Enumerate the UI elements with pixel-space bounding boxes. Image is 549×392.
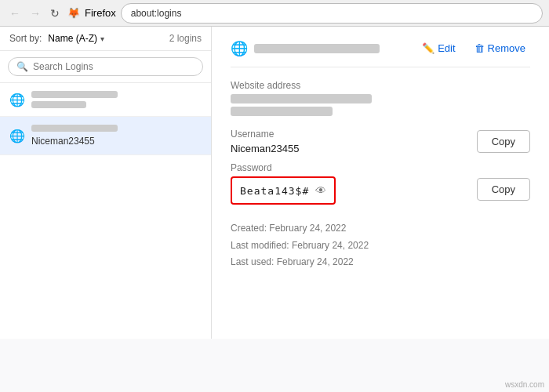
login-domain-blur-1b bbox=[31, 101, 86, 108]
address-bar[interactable]: about:logins bbox=[121, 3, 543, 24]
website-address-label: Website address bbox=[231, 80, 530, 91]
login-domain-blur-2 bbox=[31, 125, 118, 132]
main-layout: Sort by: Name (A-Z) ▾ 2 logins 🔍 🌐 🌐 bbox=[0, 27, 549, 339]
username-section: Username Niceman23455 bbox=[231, 129, 299, 154]
watermark: wsxdn.com bbox=[505, 380, 544, 389]
used-date: Last used: February 24, 2022 bbox=[231, 254, 530, 271]
search-box[interactable]: 🔍 bbox=[8, 57, 203, 76]
username-value: Niceman23455 bbox=[231, 143, 299, 154]
detail-header: 🌐 ✏️ Edit 🗑 Remove bbox=[231, 39, 530, 67]
sort-by-label: Sort by: bbox=[9, 33, 42, 44]
modified-date: Last modified: February 24, 2022 bbox=[231, 238, 530, 255]
detail-panel: 🌐 ✏️ Edit 🗑 Remove Website address bbox=[212, 27, 549, 339]
login-info-2: Niceman23455 bbox=[31, 125, 202, 147]
search-input[interactable] bbox=[33, 61, 195, 72]
website-address-blur bbox=[231, 94, 372, 103]
detail-globe-icon: 🌐 bbox=[231, 40, 248, 57]
globe-icon-2: 🌐 bbox=[9, 129, 25, 143]
edit-button[interactable]: ✏️ Edit bbox=[417, 39, 460, 57]
address-text: about:logins bbox=[131, 8, 182, 19]
globe-icon-1: 🌐 bbox=[9, 93, 25, 107]
nav-bar: ← → ↻ 🦊 Firefox about:logins bbox=[0, 0, 549, 27]
sort-control[interactable]: Sort by: Name (A-Z) ▾ bbox=[9, 33, 104, 44]
login-info-1 bbox=[31, 91, 202, 108]
password-row: Password Beata143$# 👁 Copy bbox=[231, 162, 530, 208]
edit-icon: ✏️ bbox=[422, 42, 434, 54]
remove-button[interactable]: 🗑 Remove bbox=[470, 39, 530, 57]
login-domain-blur-1 bbox=[31, 91, 118, 98]
password-value: Beata143$# bbox=[240, 185, 309, 197]
back-button[interactable]: ← bbox=[6, 5, 24, 21]
reload-button[interactable]: ↻ bbox=[47, 5, 63, 21]
edit-label: Edit bbox=[438, 42, 455, 54]
meta-info: Created: February 24, 2022 Last modified… bbox=[231, 220, 530, 271]
detail-site: 🌐 bbox=[231, 40, 380, 57]
search-container: 🔍 bbox=[0, 51, 211, 83]
website-address-blur2 bbox=[231, 107, 333, 116]
username-label: Username bbox=[231, 129, 299, 140]
firefox-favicon: 🦊 bbox=[67, 7, 80, 19]
detail-actions: ✏️ Edit 🗑 Remove bbox=[417, 39, 530, 57]
eye-icon[interactable]: 👁 bbox=[315, 184, 326, 197]
copy-password-button[interactable]: Copy bbox=[477, 178, 530, 201]
tab-title: Firefox bbox=[85, 7, 116, 19]
sort-value: Name (A-Z) bbox=[48, 33, 97, 44]
trash-icon: 🗑 bbox=[474, 42, 485, 54]
password-box: Beata143$# 👁 bbox=[231, 176, 336, 205]
sidebar: Sort by: Name (A-Z) ▾ 2 logins 🔍 🌐 🌐 bbox=[0, 27, 212, 339]
detail-domain-blur bbox=[254, 44, 380, 53]
sidebar-header: Sort by: Name (A-Z) ▾ 2 logins bbox=[0, 27, 211, 51]
website-address-section: Website address bbox=[231, 80, 530, 116]
username-row: Username Niceman23455 Copy bbox=[231, 129, 530, 154]
remove-label: Remove bbox=[488, 42, 525, 54]
login-username-2: Niceman23455 bbox=[31, 136, 95, 147]
login-item-2[interactable]: 🌐 Niceman23455 bbox=[0, 117, 211, 155]
search-icon: 🔍 bbox=[16, 61, 28, 72]
tab-area: 🦊 Firefox bbox=[67, 7, 116, 19]
created-date: Created: February 24, 2022 bbox=[231, 220, 530, 238]
forward-button[interactable]: → bbox=[27, 5, 44, 21]
login-item-1[interactable]: 🌐 bbox=[0, 83, 211, 117]
password-label: Password bbox=[231, 162, 336, 173]
copy-username-button[interactable]: Copy bbox=[477, 130, 530, 153]
nav-buttons: ← → ↻ bbox=[6, 5, 63, 21]
password-section: Password Beata143$# 👁 bbox=[231, 162, 336, 208]
sort-chevron-icon: ▾ bbox=[100, 34, 104, 43]
login-count: 2 logins bbox=[169, 33, 202, 44]
